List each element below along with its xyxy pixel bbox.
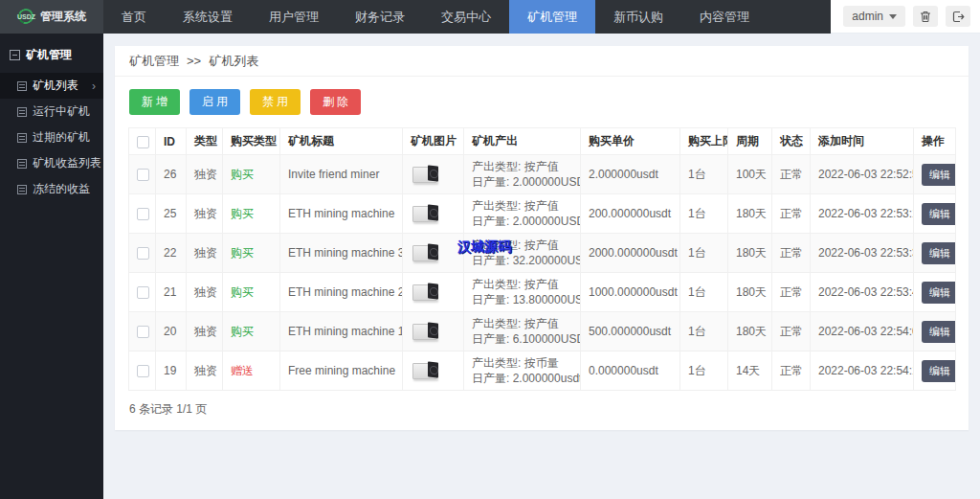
- cell-price: 200.000000usdt: [581, 194, 680, 234]
- cell-title: ETH mining machine 2st: [280, 273, 403, 312]
- cell-image: [403, 273, 464, 312]
- cell-image: [403, 312, 464, 352]
- logout-button[interactable]: [946, 6, 970, 27]
- breadcrumb-parent: 矿机管理: [129, 53, 179, 70]
- delete-button[interactable]: 删除: [310, 89, 361, 115]
- cell-output: 产出类型: 按产值 日产量: 32.200000USDT: [464, 234, 581, 273]
- sidebar-item-label: 运行中矿机: [33, 103, 90, 120]
- app-title: 管理系统: [40, 9, 86, 25]
- list-icon: [17, 159, 27, 169]
- cell-title: Free mining machine: [280, 352, 403, 391]
- nav-menu-item[interactable]: 新币认购: [595, 0, 681, 34]
- cell-actions: 编辑: [914, 234, 956, 273]
- edit-button[interactable]: 编辑: [922, 321, 956, 343]
- column-header: 矿机标题: [280, 128, 403, 155]
- sidebar-group-label: 矿机管理: [26, 47, 72, 63]
- nav-menu-item[interactable]: 矿机管理: [509, 0, 595, 34]
- edit-button[interactable]: 编辑: [922, 242, 956, 264]
- row-checkbox[interactable]: [137, 365, 149, 377]
- cell-output: 产出类型: 按币量 日产量: 2.000000usdt: [464, 352, 581, 391]
- cell-actions: 编辑: [914, 155, 956, 194]
- chevron-right-icon: ›: [92, 79, 96, 93]
- main-menu: 首页 系统设置 用户管理 财务记录 交易中心 矿机管理 新币认购 内容管理: [103, 0, 831, 34]
- cell-buy-type: 购买: [223, 234, 280, 273]
- cell-period: 180天: [728, 312, 772, 352]
- cell-id: 25: [156, 194, 187, 234]
- list-icon: [17, 133, 27, 143]
- cell-id: 19: [156, 352, 187, 391]
- nav-menu-item[interactable]: 内容管理: [681, 0, 768, 34]
- chevron-down-icon: [889, 14, 897, 19]
- enable-button[interactable]: 启用: [189, 89, 240, 115]
- column-header: 周期: [728, 128, 772, 155]
- cell-id: 26: [156, 155, 187, 194]
- sidebar-item[interactable]: 矿机收益列表 ›: [0, 150, 103, 176]
- cell-limit: 1台: [680, 273, 728, 312]
- cell-status: 正常: [772, 234, 811, 273]
- cell-added-time: 2022-06-03 22:53:46: [811, 273, 914, 312]
- list-icon: [17, 81, 27, 91]
- sidebar-item[interactable]: 冻结的收益 ›: [0, 176, 103, 202]
- miner-image: [411, 321, 441, 343]
- clear-cache-button[interactable]: [913, 6, 938, 27]
- column-header: ID: [156, 128, 187, 155]
- breadcrumb-current: 矿机列表: [209, 53, 258, 70]
- disable-button[interactable]: 禁用: [250, 89, 301, 115]
- row-checkbox[interactable]: [137, 208, 149, 220]
- column-header: 添加时间: [811, 128, 914, 155]
- nav-menu-item[interactable]: 财务记录: [337, 0, 423, 34]
- row-checkbox[interactable]: [137, 169, 149, 181]
- sidebar-item[interactable]: 矿机列表 ›: [0, 73, 103, 99]
- sidebar-item[interactable]: 运行中矿机 ›: [0, 99, 103, 125]
- cell-type: 独资: [187, 194, 223, 234]
- table-row: 22 独资 购买 ETH mining machine 3st 产出类型: 按产…: [129, 234, 956, 273]
- sidebar-item[interactable]: 过期的矿机 ›: [0, 125, 103, 150]
- cell-output: 产出类型: 按产值 日产量: 13.800000USDT: [464, 273, 581, 312]
- row-checkbox[interactable]: [137, 286, 149, 299]
- table-body: 26 独资 购买 Invite friend miner 产出类型: 按产值: [129, 155, 956, 391]
- edit-button[interactable]: 编辑: [922, 164, 956, 186]
- row-checkbox[interactable]: [137, 326, 149, 338]
- nav-menu-item[interactable]: 用户管理: [251, 0, 337, 34]
- miner-table: ID 类型 购买类型 矿机标题 矿机图片 矿机产出 购买单价: [128, 127, 956, 391]
- cell-status: 正常: [772, 312, 811, 352]
- cell-limit: 1台: [680, 234, 728, 273]
- row-checkbox[interactable]: [137, 247, 149, 260]
- edit-button[interactable]: 编辑: [922, 203, 956, 225]
- sidebar-group-miner-management[interactable]: 矿机管理: [0, 34, 103, 73]
- header-actions: admin: [831, 0, 980, 34]
- cell-buy-type: 购买: [223, 273, 280, 312]
- cell-limit: 1台: [680, 312, 728, 352]
- list-icon: [17, 185, 27, 194]
- nav-menu-item[interactable]: 交易中心: [423, 0, 509, 34]
- logout-icon: [952, 11, 965, 23]
- column-header: 状态: [772, 128, 811, 155]
- nav-menu-item[interactable]: 首页: [103, 0, 165, 34]
- cell-title: ETH mining machine 1st: [280, 312, 403, 352]
- breadcrumb: 矿机管理 >> 矿机列表: [115, 46, 969, 77]
- miner-image: [411, 164, 441, 186]
- cell-id: 22: [156, 234, 187, 273]
- toolbar: 新增 启用 禁用 删除: [115, 77, 969, 127]
- nav-menu-item[interactable]: 系统设置: [165, 0, 251, 34]
- cell-type: 独资: [187, 234, 223, 273]
- usdz-logo-icon: USDZ: [17, 8, 36, 27]
- cell-added-time: 2022-06-03 22:54:18: [811, 352, 914, 391]
- cell-output: 产出类型: 按产值 日产量: 6.100000USDT: [464, 312, 581, 352]
- cell-buy-type: 购买: [223, 312, 280, 352]
- add-button[interactable]: 新增: [129, 89, 180, 115]
- table-row: 19 独资 赠送 Free mining machine 产出类型: 按币量: [129, 352, 956, 391]
- select-all-checkbox[interactable]: [137, 136, 149, 148]
- admin-dropdown[interactable]: admin: [843, 6, 905, 27]
- cell-status: 正常: [772, 273, 811, 312]
- column-header: 购买类型: [223, 128, 280, 155]
- breadcrumb-separator: >>: [187, 54, 201, 68]
- cell-type: 独资: [187, 352, 223, 391]
- cell-status: 正常: [772, 352, 811, 391]
- cell-type: 独资: [187, 155, 223, 194]
- edit-button[interactable]: 编辑: [922, 360, 956, 382]
- edit-button[interactable]: 编辑: [922, 282, 956, 304]
- cell-title: ETH mining machine 3st: [280, 234, 403, 273]
- cell-added-time: 2022-06-03 22:52:54: [811, 155, 914, 194]
- cell-image: [403, 194, 464, 234]
